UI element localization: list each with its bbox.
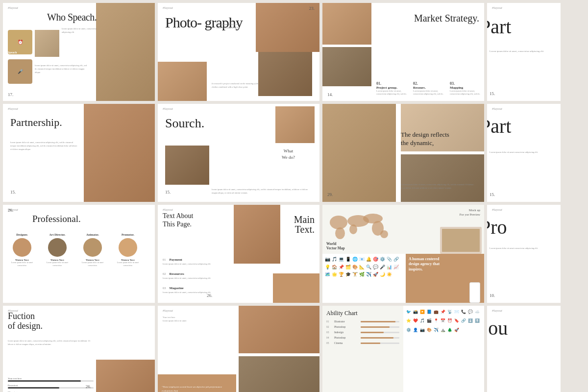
icon-15: 🗂️ xyxy=(345,264,351,270)
email-icon: ✉️ xyxy=(454,309,459,316)
icon-24: 🌟 xyxy=(332,271,337,278)
slide-9-title: Professional. xyxy=(32,214,81,224)
human-centered-block: A human centered design agency that insp… xyxy=(406,254,484,303)
slide-3-number: 14. xyxy=(327,92,333,97)
slide-10-item3-title: Magazine xyxy=(170,286,184,290)
slide-text-about: #layout Text About This Page. Main Text.… xyxy=(158,205,319,303)
slide-1-small-photo xyxy=(35,30,59,57)
slide-partnership: #layout Partnership. lorem ipsum dolor s… xyxy=(3,104,155,202)
ability-item2-label: Photoshop xyxy=(334,325,359,328)
slide-3-photo-bottom xyxy=(322,47,371,86)
ability-item5-track xyxy=(361,343,399,344)
laptop-screen xyxy=(442,229,480,252)
slide-3-col1-title: Project group. xyxy=(376,86,408,90)
icon-32: ☀️ xyxy=(387,271,392,278)
slide-1-label: #layout xyxy=(8,6,18,10)
slide-5-label: #layout xyxy=(8,107,18,111)
slide-10-item2-text: lorem ipsum dolor sit amet, consectetur … xyxy=(163,277,236,280)
ability-item1-num: 01 xyxy=(326,320,332,323)
ability-item5-num: 05 xyxy=(326,342,332,344)
icon-13: 🏠 xyxy=(332,264,337,270)
icon-11: 🔗 xyxy=(393,256,399,263)
ability-item3-num: 03 xyxy=(326,331,332,334)
ability-item2-num: 02 xyxy=(326,325,332,328)
icon-4: 📱 xyxy=(345,256,351,263)
settings-icon: ⚙️ xyxy=(406,327,411,334)
slide-3-col1-text: Lorem ipsum dolor sit amet, consectetur … xyxy=(376,90,408,97)
slide-8-title: Part xyxy=(487,115,511,138)
slide-partial-pro: #layout Pro Lorem ipsum dolor sit amet c… xyxy=(487,205,561,303)
slide-10-photo xyxy=(234,205,280,264)
bookmark-icon: 🔖 xyxy=(454,318,459,324)
slide-3-photo-top xyxy=(322,3,371,45)
slide-15-chart: Ability Chart 01 Illustrator 02 Photosho… xyxy=(322,306,403,392)
slide-3-col-2: 02. Resourc. Lorem ipsum dolor sit amet,… xyxy=(413,81,445,97)
slide-6-photo-top xyxy=(275,106,315,143)
icon-30: 🚀 xyxy=(373,271,378,278)
phone-icon: 📞 xyxy=(461,309,466,316)
slide-11-bottom: 📷🎵💻📱🌐📧🔔🎯⚙️ 📎🔗💡🏠📌🗂️🎨📐 🔍💬🎤📊📈🗺️🌟🏆 🎓🏋️🌿✈️🚀🌙☀… xyxy=(322,254,484,303)
ability-item3-label: Indesign xyxy=(334,331,359,334)
slide-2-photo-bottom-left xyxy=(158,62,207,101)
slide-1-text1: lorem ipsum dolor sit amet, consectetur … xyxy=(62,27,101,34)
icon-20: 🎤 xyxy=(380,264,385,270)
slide-4-text: Lorem ipsum dolor sit amet, consectetur … xyxy=(490,49,553,53)
slide-9-avatar-3 xyxy=(83,238,102,257)
slide-10-item3-text: lorem ipsum dolor sit amet, consectetur … xyxy=(163,291,236,294)
slide-3-col-1: 01. Project group. Lorem ipsum dolor sit… xyxy=(376,81,408,97)
slide-10-number: 26. xyxy=(207,293,212,298)
ability-items: 01 Illustrator 02 Photoshop 03 Indesign … xyxy=(326,320,399,344)
icon-10: 📎 xyxy=(387,256,392,263)
slide-professional: #layout 26. Professional. Designer. Wato… xyxy=(3,205,155,303)
icon-grid: 📷🎵💻📱🌐📧🔔🎯⚙️ 📎🔗💡🏠📌🗂️🎨📐 🔍💬🎤📊📈🗺️🌟🏆 🎓🏋️🌿✈️🚀🌙☀… xyxy=(322,254,406,303)
slide-8-label: #layout xyxy=(492,107,502,111)
slide-6-label: #layout xyxy=(163,107,173,111)
slide-9-avatar-2 xyxy=(48,238,67,257)
icon-16: 🎨 xyxy=(352,264,358,270)
download-icon: ⬇️ xyxy=(468,318,473,324)
icon-2: 🎵 xyxy=(332,256,337,263)
slide-3-col2-title: Resourc. xyxy=(413,86,445,90)
slide-15-icons: 🐦 📸 ▶️ 📘 💼 📌 📡 ✉️ 📞 💬 ☁️ ⭐ ❤️ 🎵 🎬 📍 📅 ⏰ … xyxy=(403,306,484,392)
pinterest-icon: 📌 xyxy=(441,309,445,316)
slide-10-item2-num: 02 xyxy=(163,272,166,275)
camera-icon: 📷 xyxy=(420,327,425,334)
slide-ability-chart: Ability Chart 01 Illustrator 02 Photosho… xyxy=(322,306,484,392)
slide-13-title: Fuction of design. xyxy=(8,312,43,331)
slide-6-what: What We do? xyxy=(282,148,295,160)
icon-8: 🎯 xyxy=(373,256,378,263)
time-icon: ⏰ xyxy=(18,40,23,45)
svg-point-3 xyxy=(349,224,357,234)
slide-8-number: 15. xyxy=(490,192,495,197)
slide-14-quote-text: "These employees scored lower an objecti… xyxy=(162,385,232,392)
icon-3: 💻 xyxy=(339,256,344,263)
world-label: World Vector Map xyxy=(326,242,345,251)
slide-6-photo-bottom xyxy=(165,146,209,185)
share-icon: 🔗 xyxy=(461,318,466,324)
slide-market-strategy: #layout Market Strategy. 01. Project gro… xyxy=(322,3,484,101)
slide-13-bar1-label: Your text here xyxy=(8,377,94,380)
slide-photography: #layout Photo- graphy lorem ipsum dolor … xyxy=(158,3,319,101)
slide-9-role2-title: Art Director. xyxy=(42,233,73,236)
slide-9-role4-title: Promotor. xyxy=(113,233,143,236)
slide-12-text: Lorem ipsum dolor sit amet consectetur a… xyxy=(490,246,553,250)
slide-partial-1: #layout Part Lorem ipsum dolor sit amet,… xyxy=(487,3,561,101)
icon-9: ⚙️ xyxy=(380,256,385,263)
slide-design-reflects: #layout The design reflects the dynamic,… xyxy=(322,104,484,202)
music-icon: 🎵 xyxy=(420,318,425,324)
slide-2-text: lorem ipsum dolor sit amet, consectetur … xyxy=(217,23,251,29)
slide-5-text: lorem ipsum dolor sit amet, consectetur … xyxy=(10,141,79,151)
icon-25: 🏆 xyxy=(339,271,344,278)
slide-2-photo-bottom-right xyxy=(258,52,312,96)
icon-28: 🌿 xyxy=(359,271,365,278)
slide-1-photo xyxy=(96,3,155,101)
icon-31: 🌙 xyxy=(380,271,385,278)
slide-13-bar1-fill xyxy=(8,380,81,382)
svg-point-0 xyxy=(330,216,347,229)
slide-9-role-3: Animator. Watoru Yuve Lorem ipsum dolor … xyxy=(77,233,108,267)
slide-10-item-2: 02 Resources lorem ipsum dolor sit amet,… xyxy=(163,268,236,280)
linkedin-icon: 💼 xyxy=(434,309,439,316)
slide-fuction-design: #layout Fuction of design. lorem ipsum d… xyxy=(3,306,155,392)
slide-who-speach: #layout ⏰ Time 🎤 Speach Who Speach. lore… xyxy=(3,3,155,101)
slide-13-bars: Your text here Powretext Misnping xyxy=(8,377,94,392)
